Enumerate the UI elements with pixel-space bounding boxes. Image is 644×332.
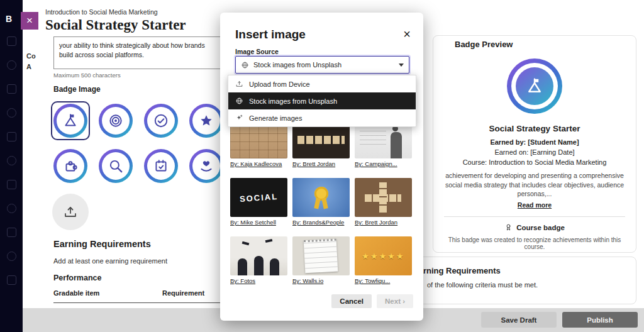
nav-glyph-icon xyxy=(7,108,16,118)
source-option-label: Upload from Device xyxy=(249,80,310,88)
sidebar-nav-icon[interactable] xyxy=(7,180,16,189)
ribbon-badge-icon xyxy=(504,223,513,231)
puzzle-icon xyxy=(57,152,84,180)
sidebar-nav-icon[interactable] xyxy=(7,228,16,237)
sidebar-nav-icon[interactable] xyxy=(7,60,16,70)
sidebar-nav-icon[interactable] xyxy=(7,156,16,165)
modal-title: Insert image xyxy=(235,28,306,42)
image-credit-link[interactable]: By: Campaign... xyxy=(355,160,412,167)
image-source-dropdown: Upload from Device Stock images from Uns… xyxy=(228,75,416,127)
sidebar-nav-icon[interactable] xyxy=(7,36,16,46)
preview-badge xyxy=(507,58,562,114)
badge-icon-option-magnifier[interactable] xyxy=(96,147,135,185)
sidebar-nav-icon[interactable] xyxy=(7,108,16,118)
stock-image-cell: By: Towfiqu... xyxy=(355,236,412,284)
image-credit-link[interactable]: By: Kaja Kadlecova xyxy=(230,160,287,167)
publish-button[interactable]: Publish xyxy=(562,312,638,328)
badge-icon-grid xyxy=(51,101,226,185)
image-source-select[interactable]: Stock images from Unsplash xyxy=(235,56,409,74)
stock-image-graduates[interactable] xyxy=(230,236,287,275)
app-window: B × Introduction to Social Media Marketi… xyxy=(0,0,644,332)
badge-icon-option-flag[interactable] xyxy=(51,101,90,140)
course-badge-note: This badge was created to recognize achi… xyxy=(438,236,631,250)
nav-glyph-icon xyxy=(7,228,16,237)
earning-requirements-panel: Earning Requirements of the following cr… xyxy=(402,257,636,304)
stock-image-award-ribbon[interactable] xyxy=(292,178,350,217)
globe-icon xyxy=(241,61,249,69)
sidebar-nav-icon[interactable] xyxy=(7,204,16,213)
char-limit-note: Maximum 500 characters xyxy=(53,72,121,79)
stock-image-cell: By: Brands&People xyxy=(292,178,350,226)
source-option-label: Generate images xyxy=(249,114,302,122)
upload-image-button[interactable] xyxy=(52,194,89,230)
close-panel-button[interactable]: × xyxy=(21,12,38,30)
save-draft-button[interactable]: Save Draft xyxy=(481,312,557,328)
check-circle-icon xyxy=(147,107,175,135)
earning-requirements-heading: Earning Requirements xyxy=(53,239,151,249)
image-credit-link[interactable]: By: Mike Setchell xyxy=(230,219,287,226)
badge-icon-option-calendar[interactable] xyxy=(142,147,180,185)
stock-image-notebook[interactable] xyxy=(292,236,350,275)
requirements-panel-heading: Earning Requirements xyxy=(413,266,626,275)
badge-description-textarea[interactable]: your ability to think strategically abou… xyxy=(53,36,223,69)
stock-image-cell: By: Brett Jordan xyxy=(355,178,412,226)
badge-preview-card: Badge Preview Social Strategy Starter Ea… xyxy=(433,35,636,253)
badge-icon-option-target[interactable] xyxy=(96,101,135,140)
earning-requirements-subtext: Add at least one earning requirement xyxy=(53,257,167,265)
photo-text: SOCIAL xyxy=(239,191,278,203)
image-credit-link[interactable]: By: Brands&People xyxy=(292,219,350,226)
nav-glyph-icon xyxy=(7,252,16,261)
nav-glyph-icon xyxy=(7,275,16,285)
earned-on-line: Earned on: [Earning Date] xyxy=(494,148,574,156)
stock-image-star-rating[interactable] xyxy=(355,236,412,275)
badge-image-label: Badge Image xyxy=(53,85,101,94)
upload-icon xyxy=(235,80,243,88)
read-more-link[interactable]: Read more xyxy=(518,201,552,209)
image-credit-link[interactable]: By: Brett Jordan xyxy=(292,160,350,167)
stock-image-social-sign[interactable]: SOCIAL xyxy=(230,178,287,217)
sidebar-nav-icon[interactable] xyxy=(7,275,16,285)
image-credit-link[interactable]: By: Towfiqu... xyxy=(355,277,412,284)
column-gradable-item: Gradable item xyxy=(53,289,162,297)
badge-icon-option-puzzle[interactable] xyxy=(51,147,90,185)
sidebar-nav-icon[interactable] xyxy=(7,252,16,261)
preview-description: achievement for developing and presentin… xyxy=(440,171,629,199)
course-badge-label: Course badge xyxy=(516,224,565,231)
source-option-label: Stock images from Unsplash xyxy=(249,97,337,105)
image-credit-link[interactable]: By: Walls.io xyxy=(292,277,350,284)
breadcrumb: Introduction to Social Media Marketing xyxy=(45,8,158,16)
nav-glyph-icon xyxy=(7,84,16,94)
insert-image-modal: Insert image × Image Source Stock images… xyxy=(220,13,423,321)
sidebar-nav-icon[interactable] xyxy=(7,84,16,94)
image-credit-link[interactable]: By: Fotos xyxy=(230,277,287,284)
image-credit-link[interactable]: By: Brett Jordan xyxy=(355,219,412,226)
requirements-table-header: Gradable item Requirement xyxy=(53,289,222,303)
brand-logo: B xyxy=(6,14,12,24)
nav-glyph-icon xyxy=(7,36,16,46)
stock-image-scrabble-cross[interactable] xyxy=(355,178,412,217)
badge-icon-option-check[interactable] xyxy=(142,101,180,140)
target-icon xyxy=(102,107,130,135)
badge-preview-heading: Badge Preview xyxy=(455,40,513,49)
requirements-criteria-note: of the following criteria must be met. xyxy=(427,281,626,289)
chevron-down-icon xyxy=(399,64,404,67)
sparkle-icon xyxy=(235,114,243,122)
modal-actions: Cancel Next › xyxy=(331,294,413,308)
next-button[interactable]: Next › xyxy=(377,294,413,308)
mountain-flag-icon xyxy=(57,107,84,135)
source-option-upload[interactable]: Upload from Device xyxy=(228,75,416,92)
nav-glyph-icon xyxy=(7,156,16,165)
left-nav-rail: B xyxy=(0,0,23,332)
source-option-generate[interactable]: Generate images xyxy=(228,109,416,126)
close-icon[interactable]: × xyxy=(403,28,411,40)
cancel-button[interactable]: Cancel xyxy=(331,294,372,308)
source-option-unsplash[interactable]: Stock images from Unsplash xyxy=(228,92,416,109)
sidebar-nav-icon[interactable] xyxy=(7,132,16,141)
clipped-text-fragment: Co xyxy=(26,52,36,60)
stock-image-cell: SOCIAL By: Mike Setchell xyxy=(230,178,287,226)
course-badge-row: Course badge xyxy=(504,223,565,231)
clipped-text-fragment: A xyxy=(26,63,31,70)
course-line: Course: Introduction to Social Media Mar… xyxy=(463,158,607,166)
five-stars-icon xyxy=(362,250,404,262)
star-icon xyxy=(192,107,220,135)
